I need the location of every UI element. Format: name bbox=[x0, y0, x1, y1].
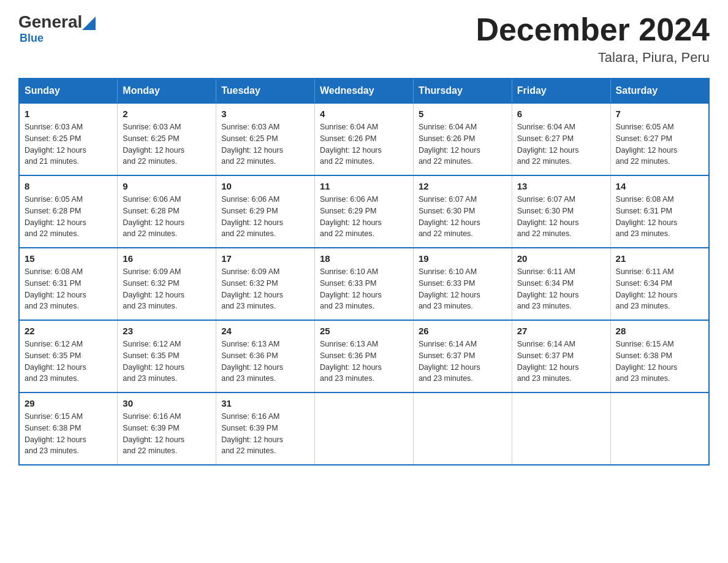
day-number: 13 bbox=[517, 181, 605, 191]
daylight-label: Daylight: 12 hours bbox=[419, 291, 480, 299]
daylight-label: Daylight: 12 hours bbox=[517, 218, 579, 227]
sunrise-label: Sunrise: 6:03 AM bbox=[221, 123, 279, 131]
calendar-cell: 28 Sunrise: 6:15 AM Sunset: 6:38 PM Dayl… bbox=[610, 320, 709, 393]
day-number: 29 bbox=[25, 398, 112, 408]
day-info: Sunrise: 6:08 AM Sunset: 6:31 PM Dayligh… bbox=[25, 266, 112, 312]
daylight-label: Daylight: 12 hours bbox=[419, 363, 480, 372]
day-info: Sunrise: 6:06 AM Sunset: 6:28 PM Dayligh… bbox=[123, 194, 211, 240]
day-number: 1 bbox=[25, 109, 112, 119]
day-info: Sunrise: 6:12 AM Sunset: 6:35 PM Dayligh… bbox=[25, 339, 112, 385]
day-info: Sunrise: 6:05 AM Sunset: 6:27 PM Dayligh… bbox=[616, 121, 703, 167]
sunset-label: Sunset: 6:37 PM bbox=[419, 351, 475, 360]
sunset-label: Sunset: 6:26 PM bbox=[419, 134, 475, 143]
daylight-minutes: and 23 minutes. bbox=[25, 302, 79, 310]
calendar-cell: 6 Sunrise: 6:04 AM Sunset: 6:27 PM Dayli… bbox=[512, 103, 610, 175]
sunset-label: Sunset: 6:34 PM bbox=[616, 279, 672, 288]
day-number: 18 bbox=[320, 253, 408, 264]
calendar-cell: 26 Sunrise: 6:14 AM Sunset: 6:37 PM Dayl… bbox=[413, 320, 512, 393]
day-info: Sunrise: 6:07 AM Sunset: 6:30 PM Dayligh… bbox=[419, 194, 507, 240]
sunset-label: Sunset: 6:39 PM bbox=[123, 424, 179, 432]
sunrise-label: Sunrise: 6:04 AM bbox=[419, 123, 477, 131]
sunset-label: Sunset: 6:26 PM bbox=[320, 134, 376, 143]
daylight-minutes: and 22 minutes. bbox=[25, 229, 79, 238]
day-number: 16 bbox=[123, 253, 211, 264]
calendar-cell: 18 Sunrise: 6:10 AM Sunset: 6:33 PM Dayl… bbox=[315, 248, 414, 320]
daylight-minutes: and 23 minutes. bbox=[221, 302, 276, 310]
day-info: Sunrise: 6:12 AM Sunset: 6:35 PM Dayligh… bbox=[123, 339, 211, 385]
daylight-minutes: and 23 minutes. bbox=[221, 374, 276, 383]
day-number: 11 bbox=[320, 181, 408, 191]
sunset-label: Sunset: 6:36 PM bbox=[320, 351, 376, 360]
day-number: 2 bbox=[123, 109, 211, 119]
column-header-sunday: Sunday bbox=[19, 79, 118, 103]
logo-text: General bbox=[18, 12, 96, 32]
sunset-label: Sunset: 6:35 PM bbox=[123, 351, 179, 360]
daylight-label: Daylight: 12 hours bbox=[25, 363, 86, 372]
sunrise-label: Sunrise: 6:05 AM bbox=[616, 123, 674, 131]
calendar-cell: 31 Sunrise: 6:16 AM Sunset: 6:39 PM Dayl… bbox=[216, 393, 315, 465]
calendar-cell bbox=[413, 393, 512, 465]
column-header-thursday: Thursday bbox=[413, 79, 512, 103]
sunrise-label: Sunrise: 6:03 AM bbox=[25, 123, 83, 131]
title-block: December 2024 Talara, Piura, Peru bbox=[476, 12, 710, 66]
sunset-label: Sunset: 6:25 PM bbox=[25, 134, 81, 143]
calendar-cell: 5 Sunrise: 6:04 AM Sunset: 6:26 PM Dayli… bbox=[413, 103, 512, 175]
day-number: 10 bbox=[221, 181, 309, 191]
sunset-label: Sunset: 6:37 PM bbox=[517, 351, 574, 360]
day-number: 30 bbox=[123, 398, 211, 408]
daylight-label: Daylight: 12 hours bbox=[517, 291, 579, 299]
daylight-label: Daylight: 12 hours bbox=[123, 291, 184, 299]
calendar-cell: 27 Sunrise: 6:14 AM Sunset: 6:37 PM Dayl… bbox=[512, 320, 610, 393]
calendar-cell: 16 Sunrise: 6:09 AM Sunset: 6:32 PM Dayl… bbox=[118, 248, 216, 320]
day-number: 17 bbox=[221, 253, 309, 264]
day-info: Sunrise: 6:11 AM Sunset: 6:34 PM Dayligh… bbox=[517, 266, 605, 312]
daylight-label: Daylight: 12 hours bbox=[320, 146, 382, 155]
day-number: 12 bbox=[419, 181, 507, 191]
sunset-label: Sunset: 6:38 PM bbox=[616, 351, 672, 360]
calendar-body: 1 Sunrise: 6:03 AM Sunset: 6:25 PM Dayli… bbox=[19, 103, 709, 465]
day-info: Sunrise: 6:13 AM Sunset: 6:36 PM Dayligh… bbox=[221, 339, 309, 385]
calendar-cell: 17 Sunrise: 6:09 AM Sunset: 6:32 PM Dayl… bbox=[216, 248, 315, 320]
calendar-cell: 25 Sunrise: 6:13 AM Sunset: 6:36 PM Dayl… bbox=[315, 320, 414, 393]
calendar-week-row: 22 Sunrise: 6:12 AM Sunset: 6:35 PM Dayl… bbox=[19, 320, 709, 393]
daylight-minutes: and 22 minutes. bbox=[419, 229, 473, 238]
calendar-cell: 12 Sunrise: 6:07 AM Sunset: 6:30 PM Dayl… bbox=[413, 175, 512, 248]
sunset-label: Sunset: 6:33 PM bbox=[320, 279, 376, 288]
sunrise-label: Sunrise: 6:14 AM bbox=[419, 340, 477, 348]
calendar-cell: 9 Sunrise: 6:06 AM Sunset: 6:28 PM Dayli… bbox=[118, 175, 216, 248]
day-info: Sunrise: 6:06 AM Sunset: 6:29 PM Dayligh… bbox=[221, 194, 309, 240]
day-info: Sunrise: 6:09 AM Sunset: 6:32 PM Dayligh… bbox=[221, 266, 309, 312]
daylight-label: Daylight: 12 hours bbox=[419, 146, 480, 155]
daylight-label: Daylight: 12 hours bbox=[616, 218, 678, 227]
sunset-label: Sunset: 6:32 PM bbox=[123, 279, 179, 288]
sunrise-label: Sunrise: 6:14 AM bbox=[517, 340, 575, 348]
daylight-label: Daylight: 12 hours bbox=[25, 218, 86, 227]
daylight-label: Daylight: 12 hours bbox=[517, 363, 579, 372]
daylight-label: Daylight: 12 hours bbox=[123, 435, 184, 444]
sunset-label: Sunset: 6:28 PM bbox=[25, 207, 81, 215]
daylight-minutes: and 22 minutes. bbox=[123, 229, 177, 238]
daylight-minutes: and 23 minutes. bbox=[25, 374, 79, 383]
sunrise-label: Sunrise: 6:15 AM bbox=[25, 412, 83, 421]
day-number: 28 bbox=[616, 326, 703, 336]
daylight-label: Daylight: 12 hours bbox=[221, 435, 283, 444]
sunrise-label: Sunrise: 6:10 AM bbox=[419, 267, 477, 276]
sunset-label: Sunset: 6:29 PM bbox=[320, 207, 376, 215]
daylight-minutes: and 22 minutes. bbox=[221, 229, 276, 238]
calendar-cell: 2 Sunrise: 6:03 AM Sunset: 6:25 PM Dayli… bbox=[118, 103, 216, 175]
daylight-label: Daylight: 12 hours bbox=[320, 363, 382, 372]
day-info: Sunrise: 6:07 AM Sunset: 6:30 PM Dayligh… bbox=[517, 194, 605, 240]
column-header-monday: Monday bbox=[118, 79, 216, 103]
sunset-label: Sunset: 6:27 PM bbox=[517, 134, 574, 143]
daylight-label: Daylight: 12 hours bbox=[123, 146, 184, 155]
day-number: 20 bbox=[517, 253, 605, 264]
calendar-cell: 20 Sunrise: 6:11 AM Sunset: 6:34 PM Dayl… bbox=[512, 248, 610, 320]
daylight-minutes: and 23 minutes. bbox=[320, 374, 374, 383]
day-number: 14 bbox=[616, 181, 703, 191]
day-number: 31 bbox=[221, 398, 309, 408]
sunset-label: Sunset: 6:33 PM bbox=[419, 279, 475, 288]
daylight-minutes: and 21 minutes. bbox=[25, 157, 79, 166]
daylight-minutes: and 22 minutes. bbox=[517, 157, 572, 166]
daylight-label: Daylight: 12 hours bbox=[320, 218, 382, 227]
sunrise-label: Sunrise: 6:09 AM bbox=[123, 267, 181, 276]
